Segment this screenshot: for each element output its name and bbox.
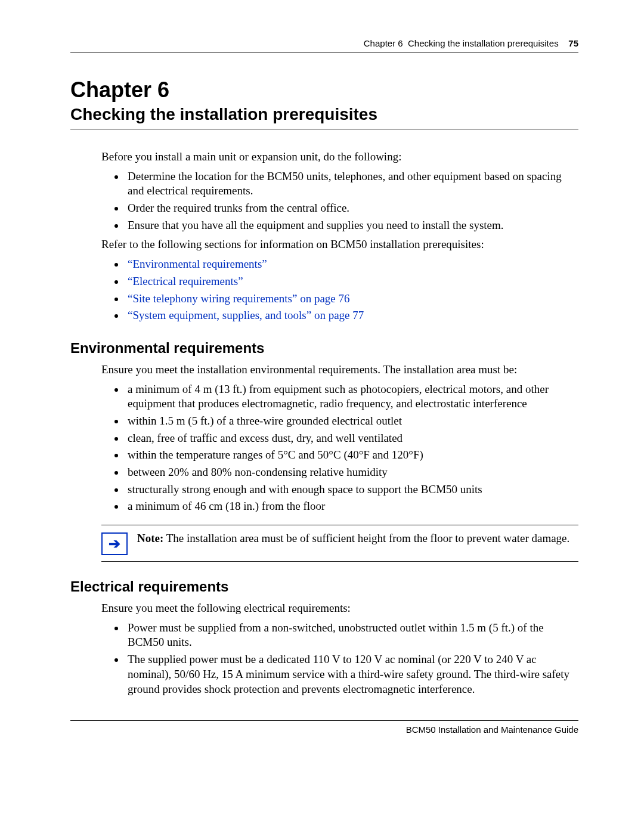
elec-bullet-list: Power must be supplied from a non-switch…	[101, 621, 578, 696]
header-chapter-ref: Chapter 6	[364, 38, 403, 48]
env-bullet-list: a minimum of 4 m (13 ft.) from equipment…	[101, 382, 578, 515]
header-page-number: 75	[568, 38, 578, 48]
note-block: ➔ Note: The installation area must be of…	[101, 525, 578, 562]
list-item: Power must be supplied from a non-switch…	[125, 621, 578, 650]
running-footer: BCM50 Installation and Maintenance Guide	[70, 724, 578, 735]
list-item: Determine the location for the BCM50 uni…	[125, 169, 578, 199]
header-chapter-name: Checking the installation prerequisites	[408, 38, 559, 48]
env-paragraph-1: Ensure you meet the installation environ…	[101, 363, 578, 377]
intro-paragraph-1: Before you install a main unit or expans…	[101, 150, 578, 165]
section-heading-electrical: Electrical requirements	[70, 578, 578, 595]
elec-paragraph-1: Ensure you meet the following electrical…	[101, 601, 578, 616]
note-label: Note:	[137, 532, 163, 544]
list-item: Ensure that you have all the equipment a…	[125, 218, 578, 233]
list-item: a minimum of 4 m (13 ft.) from equipment…	[125, 382, 578, 411]
intro-links-list: “Environmental requirements” “Electrical…	[101, 257, 578, 323]
chapter-title: Checking the installation prerequisites	[70, 105, 578, 124]
arrow-right-icon: ➔	[101, 532, 128, 555]
list-item: a minimum of 46 cm (18 in.) from the flo…	[125, 499, 578, 514]
note-body: The installation area must be of suffici…	[166, 532, 570, 544]
list-item: “Environmental requirements”	[125, 257, 578, 272]
list-item: within the temperature ranges of 5°C and…	[125, 448, 578, 463]
link-system-equipment[interactable]: “System equipment, supplies, and tools” …	[128, 309, 364, 321]
intro-body: Before you install a main unit or expans…	[101, 150, 578, 323]
elec-body: Ensure you meet the following electrical…	[101, 601, 578, 696]
list-item: “Electrical requirements”	[125, 274, 578, 289]
section-heading-environmental: Environmental requirements	[70, 340, 578, 357]
list-item: between 20% and 80% non-condensing relat…	[125, 465, 578, 480]
title-rule	[70, 129, 578, 129]
link-electrical-requirements[interactable]: “Electrical requirements”	[128, 275, 243, 287]
list-item: clean, free of traffic and excess dust, …	[125, 431, 578, 446]
page: Chapter 6 Checking the installation prer…	[0, 0, 644, 764]
list-item: The supplied power must be a dedicated 1…	[125, 652, 578, 696]
link-site-telephony-wiring[interactable]: “Site telephony wiring requirements” on …	[128, 292, 350, 305]
intro-bullet-list: Determine the location for the BCM50 uni…	[101, 169, 578, 233]
list-item: “Site telephony wiring requirements” on …	[125, 292, 578, 306]
footer-area: BCM50 Installation and Maintenance Guide	[70, 720, 578, 735]
list-item: structurally strong enough and with enou…	[125, 482, 578, 497]
chapter-number: Chapter 6	[70, 78, 578, 103]
list-item: Order the required trunks from the centr…	[125, 201, 578, 216]
env-body: Ensure you meet the installation environ…	[101, 363, 578, 514]
intro-paragraph-2: Refer to the following sections for info…	[101, 237, 578, 252]
list-item: “System equipment, supplies, and tools” …	[125, 308, 578, 323]
list-item: within 1.5 m (5 ft.) of a three-wire gro…	[125, 414, 578, 429]
header-rule	[70, 52, 578, 52]
running-header: Chapter 6 Checking the installation prer…	[70, 38, 578, 48]
note-text: Note: The installation area must be of s…	[137, 531, 569, 546]
link-environmental-requirements[interactable]: “Environmental requirements”	[128, 258, 267, 270]
footer-rule	[70, 720, 578, 721]
